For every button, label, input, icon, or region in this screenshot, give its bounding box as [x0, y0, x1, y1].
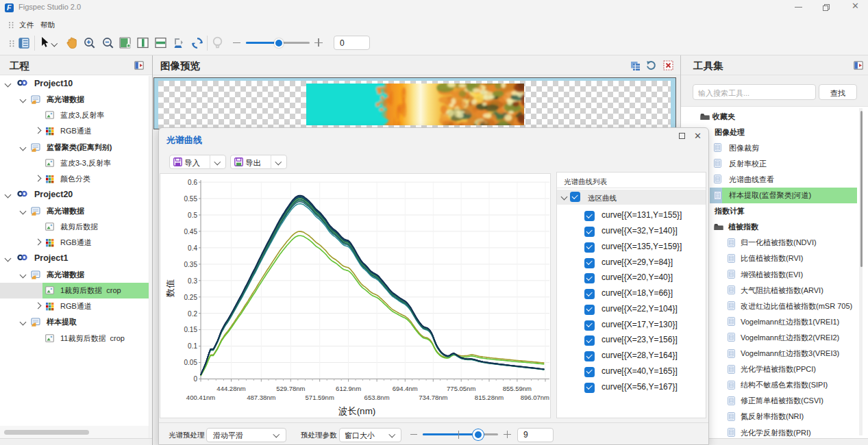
svg-text:896.07nm: 896.07nm — [521, 394, 549, 401]
svg-text:0.1: 0.1 — [188, 342, 197, 350]
svg-text:529.78nm: 529.78nm — [276, 385, 305, 392]
svg-text:694.4nm: 694.4nm — [393, 385, 418, 392]
svg-text:571.59nm: 571.59nm — [306, 394, 334, 401]
svg-text:0.15: 0.15 — [184, 326, 198, 333]
svg-text:0: 0 — [193, 375, 197, 383]
svg-text:775.05nm: 775.05nm — [447, 385, 475, 392]
svg-text:0.35: 0.35 — [184, 261, 198, 268]
svg-text:855.59nm: 855.59nm — [503, 385, 532, 392]
svg-text:612.9nm: 612.9nm — [336, 385, 361, 392]
svg-text:0.5: 0.5 — [188, 212, 197, 219]
svg-text:487.38nm: 487.38nm — [247, 394, 275, 401]
svg-text:0.2: 0.2 — [188, 310, 197, 318]
svg-text:0.4: 0.4 — [188, 244, 197, 252]
svg-text:波长(nm): 波长(nm) — [338, 406, 376, 416]
svg-text:653.8nm: 653.8nm — [364, 394, 390, 401]
svg-text:444.28nm: 444.28nm — [216, 385, 245, 392]
svg-text:0.45: 0.45 — [184, 228, 198, 236]
svg-text:0.25: 0.25 — [184, 294, 198, 301]
svg-text:数值: 数值 — [165, 279, 175, 298]
svg-text:734.78nm: 734.78nm — [419, 394, 447, 401]
svg-text:0.3: 0.3 — [188, 277, 197, 285]
svg-text:0.05: 0.05 — [184, 359, 198, 366]
svg-text:815.28nm: 815.28nm — [475, 394, 504, 401]
svg-text:400.41nm: 400.41nm — [186, 394, 215, 401]
svg-text:0.6: 0.6 — [188, 179, 197, 186]
svg-text:0.55: 0.55 — [184, 195, 198, 203]
